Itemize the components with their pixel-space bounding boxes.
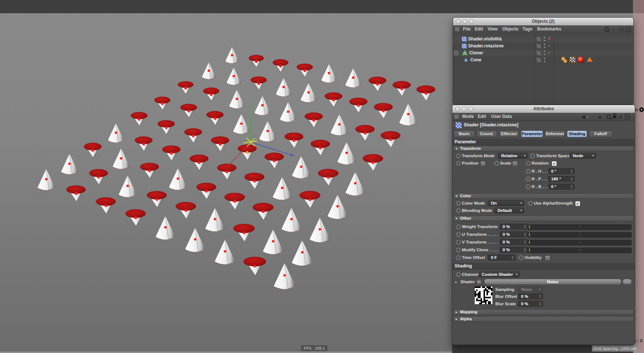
cone-clone[interactable] — [233, 114, 250, 134]
home-icon[interactable]: ⌂ — [612, 26, 615, 32]
panel-grip-icon[interactable] — [455, 27, 459, 31]
collapse-expander-icon[interactable]: − — [454, 51, 458, 55]
modify-clone-slider[interactable] — [528, 248, 632, 253]
modify-clone-input[interactable]: 0 % ▲▼ — [500, 247, 528, 253]
blending-mode-select[interactable]: Default ▾ — [494, 208, 524, 213]
attributes-titlebar[interactable]: Attributes — [452, 105, 635, 113]
tab-shading[interactable]: Shading — [567, 130, 587, 137]
cone-clone[interactable] — [202, 62, 216, 79]
add-icon[interactable]: + — [626, 27, 631, 32]
param-knob-icon[interactable] — [456, 255, 461, 260]
cone-clone-flipped[interactable] — [89, 169, 108, 185]
slider-handle[interactable] — [529, 233, 530, 236]
history-back-icon[interactable]: ◀ — [582, 114, 585, 119]
cone-clone-flipped[interactable] — [84, 143, 102, 157]
cone-clone[interactable] — [225, 47, 239, 63]
time-offset-input[interactable]: 0 F ▲▼ — [488, 255, 515, 260]
cone-clone-flipped[interactable] — [374, 103, 393, 119]
cone-clone-flipped[interactable] — [265, 153, 284, 169]
slider-handle[interactable] — [529, 225, 530, 228]
cone-clone-flipped[interactable] — [243, 257, 266, 275]
material-red-icon[interactable] — [578, 57, 584, 63]
cone-clone-flipped[interactable] — [318, 169, 338, 185]
cone-clone-flipped[interactable] — [126, 209, 146, 226]
cone-clone[interactable] — [254, 96, 271, 115]
param-knob-icon[interactable] — [456, 272, 461, 277]
param-knob-icon[interactable] — [456, 240, 461, 245]
menu-edit[interactable]: Edit — [475, 26, 483, 32]
slider-handle[interactable] — [529, 241, 530, 244]
cone-clone[interactable] — [61, 154, 78, 174]
cone-clone-flipped[interactable] — [211, 137, 229, 152]
object-row-shader-rotazione[interactable]: Shader.rotazione ✓ — [453, 43, 633, 50]
cone-clone[interactable] — [229, 90, 245, 108]
param-knob-icon[interactable] — [456, 232, 461, 237]
weight-transform-input[interactable]: 0 % ▲▼ — [500, 224, 528, 230]
cone-clone-flipped[interactable] — [225, 193, 245, 209]
cone-clone[interactable] — [215, 239, 235, 264]
cone-clone-flipped[interactable] — [96, 197, 116, 213]
stepper-icon[interactable]: ▲▼ — [524, 232, 527, 237]
transform-space-select[interactable]: Node ▾ — [569, 153, 596, 159]
object-row-shader-visibilita[interactable]: Shader.visibilità ✗ — [453, 36, 633, 43]
cone-clone-flipped[interactable] — [417, 86, 435, 101]
cone-clone-flipped[interactable] — [285, 133, 303, 148]
stepper-icon[interactable]: ▲▼ — [539, 302, 542, 306]
position-checkbox[interactable] — [480, 161, 486, 166]
cone-clone-flipped[interactable] — [311, 140, 330, 156]
cone-clone[interactable] — [328, 195, 348, 219]
cone-clone[interactable] — [337, 142, 356, 165]
cone-clone-flipped[interactable] — [392, 81, 410, 96]
object-label[interactable]: Cloner — [469, 50, 483, 55]
tab-deformer[interactable]: Deformer — [545, 130, 565, 137]
param-knob-icon[interactable] — [526, 169, 531, 174]
cone-clone-flipped[interactable] — [363, 154, 383, 171]
param-knob-icon[interactable] — [528, 201, 533, 206]
stepper-icon[interactable]: ▲▼ — [524, 224, 527, 229]
search-icon[interactable] — [604, 27, 609, 32]
v-transform-input[interactable]: 0 % ▲▼ — [500, 239, 528, 245]
cone-clone-flipped[interactable] — [381, 131, 401, 147]
param-knob-icon[interactable] — [494, 161, 499, 166]
u-transform-input[interactable]: 0 % ▲▼ — [500, 231, 528, 237]
color-group-bar[interactable]: ▾ Color — [453, 193, 634, 199]
channel-select[interactable]: Custom Shader ▾ — [478, 271, 520, 277]
cone-clone-flipped[interactable] — [131, 112, 148, 126]
visibility-dots-icon[interactable] — [544, 51, 545, 55]
rp-input[interactable]: 180 ° ▲▼ — [548, 176, 575, 182]
param-knob-icon[interactable] — [456, 154, 461, 158]
param-knob-icon[interactable] — [526, 184, 531, 189]
v-transform-slider[interactable] — [528, 240, 632, 245]
u-transform-slider[interactable] — [528, 232, 632, 238]
param-knob-icon[interactable] — [530, 154, 535, 158]
cone-clone-flipped[interactable] — [251, 77, 267, 90]
mapping-group-bar[interactable]: ▸ Mapping — [453, 309, 634, 315]
cone-clone-flipped[interactable] — [196, 183, 216, 199]
panel-grip-icon[interactable] — [455, 115, 459, 119]
visibility-dots-icon[interactable] — [544, 37, 545, 42]
cone-clone-flipped[interactable] — [162, 146, 180, 161]
layer-toggle-icon[interactable] — [536, 57, 542, 63]
object-row-cone[interactable]: Cone — [453, 57, 633, 64]
enabled-state-icon[interactable]: ✓ — [547, 43, 551, 48]
cone-clone[interactable] — [156, 216, 175, 239]
history-forward-icon[interactable]: ▶ — [586, 114, 590, 119]
cone-clone[interactable] — [259, 121, 276, 141]
blur-scale-input[interactable]: 0 % ▲▼ — [518, 301, 543, 307]
shader-noise-button[interactable]: Noise — [484, 279, 622, 285]
cone-clone-flipped[interactable] — [273, 60, 288, 72]
rh-input[interactable]: 0 ° ▲▼ — [548, 168, 575, 174]
layer-toggle-icon[interactable] — [536, 50, 542, 56]
search-icon[interactable] — [607, 115, 611, 119]
scale-checkbox[interactable] — [512, 161, 518, 166]
cone-clone[interactable] — [282, 208, 302, 232]
other-group-bar[interactable]: ▾ Other — [453, 216, 634, 221]
cone-clone-flipped[interactable] — [66, 185, 86, 201]
weight-transform-slider[interactable] — [528, 224, 632, 230]
menu-mode[interactable]: Mode — [462, 114, 474, 119]
transform-group-bar[interactable]: ▾ Transform — [453, 146, 634, 151]
cone-clone-flipped[interactable] — [245, 173, 264, 189]
cone-clone-flipped[interactable] — [369, 77, 386, 91]
menu-userdata[interactable]: User Data — [491, 114, 512, 119]
cone-clone[interactable] — [276, 78, 291, 97]
